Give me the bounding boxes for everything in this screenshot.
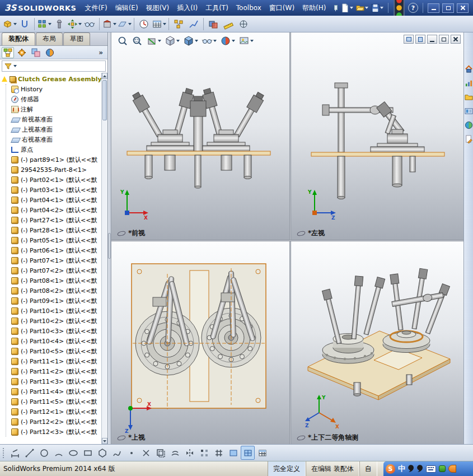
mass-properties-icon[interactable] (236, 17, 251, 31)
minimize-button[interactable] (428, 3, 439, 13)
document-restore-button[interactable] (439, 35, 449, 44)
ime-toolbar[interactable]: S 中 (383, 461, 473, 476)
scroll-up-arrow[interactable] (102, 73, 107, 79)
menu-item[interactable]: 编辑(E) (111, 2, 142, 14)
appearances-icon[interactable] (465, 121, 473, 129)
splitter-grip[interactable] (108, 233, 111, 259)
ellipse-icon[interactable] (66, 446, 80, 460)
spline-icon[interactable] (110, 446, 124, 460)
resources-home-icon[interactable] (465, 65, 473, 73)
configurationmanager-tab[interactable] (30, 47, 42, 58)
tree-item[interactable]: (-) Part08<2> (默认<<默 (0, 286, 107, 296)
tree-item[interactable]: 注解 (0, 104, 107, 114)
menu-item[interactable]: 工具(T) (202, 2, 232, 14)
linear-component-pattern-icon[interactable] (37, 17, 51, 31)
tree-item[interactable]: (-) Part09<1> (默认<<默 (0, 296, 107, 306)
tree-item[interactable]: (-) Part02<1> (默认<<默 (0, 175, 107, 185)
sogou-icon[interactable]: S (386, 464, 395, 474)
convert-entities-icon[interactable] (153, 446, 167, 460)
smart-dimension-icon[interactable] (8, 446, 22, 460)
toolbar-grip[interactable] (2, 447, 5, 459)
ime-language-indicator[interactable]: 中 (398, 464, 405, 474)
scroll-down-arrow[interactable] (102, 438, 107, 444)
mate-icon[interactable] (17, 17, 32, 31)
tree-item[interactable]: (-) Part07<2> (默认<<默 (0, 265, 107, 276)
ime-skin-icon[interactable] (417, 465, 423, 473)
zoom-area-icon[interactable] (130, 34, 144, 48)
help-button[interactable]: ? (408, 3, 418, 13)
custom-properties-icon[interactable] (465, 135, 473, 143)
tree-item[interactable]: (-) Part04<1> (默认<<默 (0, 195, 107, 205)
tree-item[interactable]: (-) Part10<1> (默认<<默 (0, 306, 107, 316)
tree-item[interactable]: (-) Part11<5> (默认<<默 (0, 396, 107, 407)
mode-tab[interactable]: 草图 (63, 32, 90, 45)
traffic-light-icon[interactable] (393, 2, 405, 13)
tree-item[interactable]: (-) Part10<5> (默认<<默 (0, 346, 107, 356)
arc-icon[interactable] (51, 446, 65, 460)
offset-entities-icon[interactable] (168, 446, 182, 460)
design-library-icon[interactable] (465, 79, 473, 87)
tree-scrollbar[interactable] (101, 73, 107, 444)
tree-root-assembly[interactable]: Clutch Grease Assembly (0, 74, 107, 84)
mirror-entities-icon[interactable] (182, 446, 196, 460)
tree-item[interactable]: (-) Part11<2> (默认<<默 (0, 366, 107, 376)
featuremanager-tree-tab[interactable] (2, 47, 14, 58)
open-button[interactable] (356, 2, 368, 13)
reference-geometry-icon[interactable] (117, 17, 132, 31)
tree-item[interactable]: (-) Part05<1> (默认<<默 (0, 235, 107, 245)
file-explorer-icon[interactable] (465, 93, 473, 101)
tree-item[interactable]: (-) Part03<1> (默认<<默 (0, 185, 107, 195)
tree-item[interactable]: (-) Part28<1> (默认<<默 (0, 225, 107, 235)
ime-keyboard-icon[interactable] (426, 465, 436, 473)
ime-settings-icon[interactable] (439, 465, 446, 472)
tree-item[interactable]: (-) Part10<4> (默认<<默 (0, 336, 107, 346)
assembly-features-icon[interactable] (102, 17, 116, 31)
tree-item[interactable]: (-) Part12<2> (默认<<默 (0, 417, 107, 427)
tree-item[interactable]: (-) Part08<1> (默认<<默 (0, 276, 107, 286)
circle-icon[interactable] (37, 446, 51, 460)
measure-icon[interactable] (221, 17, 236, 31)
tree-item[interactable]: (-) Part11<3> (默认<<默 (0, 376, 107, 386)
view-orientation-icon[interactable] (163, 34, 181, 48)
menu-item[interactable]: 视图(V) (142, 2, 174, 14)
tile-vertical-icon[interactable] (415, 35, 425, 44)
mode-tab[interactable]: 装配体 (2, 32, 35, 45)
section-view-icon[interactable] (145, 34, 162, 48)
menu-item[interactable]: 文件(F) (81, 2, 111, 14)
view-palette-icon[interactable] (465, 107, 473, 115)
move-component-icon[interactable] (67, 17, 82, 31)
tree-item[interactable]: (-) Part04<2> (默认<<默 (0, 205, 107, 215)
tree-filter[interactable] (2, 60, 106, 72)
tree-item[interactable]: (-) Part12<1> (默认<<默 (0, 407, 107, 417)
displaymanager-tab[interactable] (44, 47, 56, 58)
viewport-top[interactable]: X Z *上视 (111, 241, 289, 444)
tree-item[interactable]: 29542535-Part-8<1> (0, 165, 107, 175)
tree-item[interactable]: 原点 (0, 144, 107, 155)
view-settings-icon[interactable] (237, 34, 255, 48)
tree-item[interactable]: (-) Part07<1> (默认<<默 (0, 255, 107, 265)
show-hidden-components-icon[interactable] (82, 17, 97, 31)
edit-appearance-icon[interactable] (219, 34, 236, 48)
point-icon[interactable] (124, 446, 138, 460)
menu-item[interactable]: 帮助(H) (298, 2, 330, 14)
interference-detection-icon[interactable] (206, 17, 221, 31)
document-minimize-button[interactable] (427, 35, 437, 44)
tree-item[interactable]: (-) Part12<3> (默认<<默 (0, 427, 107, 437)
tree-item[interactable]: 前视基准面 (0, 114, 107, 124)
restore-button[interactable] (442, 3, 454, 13)
menu-item[interactable]: Toolbox (232, 3, 265, 13)
exploded-view-icon[interactable] (171, 17, 186, 31)
tree-item[interactable]: (-) Part27<1> (默认<<默 (0, 215, 107, 225)
linear-sketch-pattern-icon[interactable] (197, 446, 211, 460)
bill-of-materials-icon[interactable] (152, 17, 166, 31)
new-document-button[interactable] (341, 2, 353, 13)
four-view-icon[interactable] (241, 446, 255, 460)
tree-item[interactable]: (-) Part10<2> (默认<<默 (0, 316, 107, 326)
tree-item[interactable]: History (0, 84, 107, 94)
grid-icon[interactable] (212, 446, 226, 460)
propertymanager-tab[interactable] (16, 47, 28, 58)
ime-corner-icon[interactable] (448, 465, 456, 473)
insert-components-icon[interactable] (2, 17, 17, 31)
close-button[interactable] (457, 3, 469, 13)
scroll-thumb[interactable] (102, 80, 107, 120)
